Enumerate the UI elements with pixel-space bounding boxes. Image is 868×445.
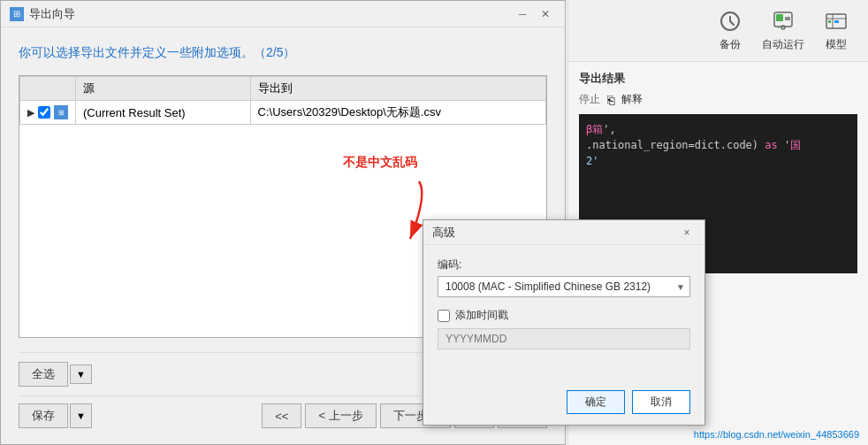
prev-step-button[interactable]: < 上一步 — [305, 403, 376, 428]
confirm-button[interactable]: 确定 — [567, 390, 625, 414]
model-icon — [822, 9, 850, 34]
autorun-icon — [769, 9, 797, 34]
row-table-icon: ⊞ — [54, 105, 68, 119]
backup-label: 备份 — [720, 37, 741, 52]
toolbar-model[interactable]: 模型 — [822, 9, 850, 52]
save-dropdown[interactable]: ▼ — [70, 403, 92, 428]
select-all-button[interactable]: 全选 — [19, 362, 68, 387]
encoding-select-wrapper: 10008 (MAC - Simplified Chinese GB 2312)… — [438, 276, 690, 297]
timestamp-checkbox-row: 添加时间戳 — [438, 308, 690, 323]
dialog-footer: 确定 取消 — [423, 383, 704, 425]
table-cell-source: (Current Result Set) — [76, 101, 251, 125]
results-toolbar: 停止 ⎗ 解释 — [579, 92, 857, 107]
timestamp-checkbox[interactable] — [438, 310, 450, 322]
select-all-wrap: 全选 ▼ — [19, 362, 92, 387]
toolbar-backup[interactable]: 备份 — [716, 9, 744, 52]
svg-rect-9 — [828, 20, 831, 23]
dialog-content: 编码: 10008 (MAC - Simplified Chinese GB 2… — [423, 245, 704, 383]
minimize-button[interactable]: ─ — [512, 5, 533, 23]
wizard-subtitle: 你可以选择导出文件并定义一些附加选项。（2/5） — [19, 45, 547, 61]
svg-point-4 — [778, 27, 780, 28]
table-cell-exportto: C:\Users\20329\Desktop\无标题.csv — [250, 101, 545, 125]
svg-rect-2 — [776, 14, 783, 21]
select-all-dropdown[interactable]: ▼ — [70, 364, 92, 384]
stop-label[interactable]: 停止 — [579, 92, 600, 107]
save-wrap: 保存 ▼ — [19, 403, 92, 428]
wizard-titlebar: ⊞ 导出向导 ─ ✕ — [1, 1, 565, 27]
encoding-select[interactable]: 10008 (MAC - Simplified Chinese GB 2312)… — [438, 276, 690, 297]
url-bar: https://blog.csdn.net/weixin_44853669 — [694, 429, 859, 440]
col-header-source: 源 — [76, 77, 251, 101]
dialog-close-button[interactable]: × — [678, 225, 696, 241]
code-line-3: 2' — [586, 153, 850, 169]
advanced-dialog: 高级 × 编码: 10008 (MAC - Simplified Chinese… — [423, 219, 705, 426]
timestamp-format-input — [438, 328, 690, 349]
model-label: 模型 — [826, 37, 847, 52]
titlebar-left: ⊞ 导出向导 — [10, 6, 75, 22]
dialog-title: 高级 — [432, 225, 455, 241]
timestamp-label: 添加时间戳 — [455, 308, 508, 323]
export-table: 源 导出到 ▶ ⊞ (Current Result Set) — [19, 76, 546, 125]
right-toolbar: 备份 自动运行 — [568, 0, 868, 62]
nav-prev-prev-button[interactable]: << — [262, 403, 301, 428]
table-cell-controls: ▶ ⊞ — [20, 101, 76, 125]
wizard-title: 导出向导 — [29, 6, 75, 22]
explain-label[interactable]: 解释 — [621, 92, 643, 107]
dialog-cancel-button[interactable]: 取消 — [632, 390, 690, 414]
titlebar-controls: ─ ✕ — [512, 5, 556, 23]
row-controls: ▶ ⊞ — [27, 105, 68, 119]
backup-icon — [716, 9, 744, 34]
close-button[interactable]: ✕ — [535, 5, 556, 23]
col-header-exportto: 导出到 — [250, 77, 545, 101]
table-row: ▶ ⊞ (Current Result Set) C:\Users\20329\… — [20, 101, 546, 125]
row-checkbox[interactable] — [38, 106, 50, 119]
autorun-label: 自动运行 — [762, 37, 804, 52]
col-header-controls — [20, 77, 76, 101]
encoding-label: 编码: — [438, 257, 690, 272]
url-text: https://blog.csdn.net/weixin_44853669 — [694, 429, 859, 440]
svg-rect-8 — [834, 20, 839, 23]
row-expand-icon: ▶ — [27, 107, 34, 119]
svg-point-3 — [781, 26, 785, 29]
dialog-titlebar: 高级 × — [423, 220, 704, 245]
code-line-2: .national_region=dict.code) as '国 — [586, 137, 850, 153]
code-line-1: β箱', — [586, 121, 850, 137]
export-results-title: 导出结果 — [579, 71, 857, 87]
table-header-row: 源 导出到 — [20, 77, 546, 101]
explain-icon: ⎗ — [607, 93, 614, 107]
wizard-icon: ⊞ — [10, 7, 24, 21]
toolbar-autorun[interactable]: 自动运行 — [762, 9, 804, 52]
timestamp-select-wrapper — [438, 328, 690, 360]
save-button[interactable]: 保存 — [19, 403, 68, 428]
